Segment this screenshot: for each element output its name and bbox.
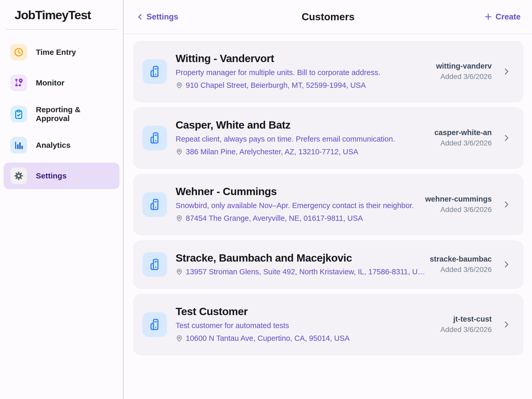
customer-added-date: Added 3/6/2026 [425,204,492,215]
map-pin-icon [176,148,183,155]
page-title: Customers [124,11,532,23]
customer-address: 10600 N Tantau Ave, Cupertino, CA, 95014… [186,332,350,344]
customer-list: Witting - Vandervort Property manager fo… [124,34,532,399]
sidebar-item-settings[interactable]: Settings [4,163,119,189]
page-header: Settings Customers Create [124,0,532,34]
bar-chart-icon [10,137,27,154]
customer-info: Stracke, Baumbach and Macejkovic 13957 S… [176,251,422,278]
customer-address: 910 Chapel Street, Beierburgh, MT, 52599… [186,79,366,91]
customer-card[interactable]: Stracke, Baumbach and Macejkovic 13957 S… [134,241,523,288]
customer-name: Witting - Vandervort [176,52,428,65]
chevron-right-icon [502,320,511,329]
back-link-label: Settings [147,12,178,22]
sidebar-item-label: Settings [36,171,66,180]
sidebar-nav: Time Entry Monitor [0,30,123,189]
sidebar: JobTimeyTest Time Entry [0,0,124,399]
map-pin-icon [176,335,183,342]
building-icon [142,192,167,217]
building-icon [142,59,167,84]
app-logo: JobTimeyTest [0,0,123,29]
map-pin-icon [176,215,183,222]
customer-name: Wehner - Cummings [176,185,417,198]
customer-description: Test customer for automated tests [176,320,433,331]
customer-card[interactable]: Witting - Vandervort Property manager fo… [134,41,523,102]
map-pin-icon [176,82,183,89]
chevron-left-icon [136,12,144,21]
customer-description: Property manager for multiple units. Bil… [176,67,428,78]
create-button[interactable]: Create [484,12,521,22]
customer-card[interactable]: Wehner - Cummings Snowbird, only availab… [134,174,523,235]
customer-name: Casper, White and Batz [176,118,427,132]
customer-description: Snowbird, only available Nov–Apr. Emerge… [176,200,417,211]
customer-meta: witting-vanderv Added 3/6/2026 [436,61,492,82]
customer-slug: stracke-baumbac [430,254,492,264]
sidebar-item-label: Reporting & Approval [36,105,113,123]
customer-added-date: Added 3/6/2026 [440,324,492,335]
chevron-right-icon [502,260,511,269]
back-link-settings[interactable]: Settings [136,12,178,22]
building-icon [142,126,167,150]
customer-meta: stracke-baumbac Added 3/6/2026 [430,254,492,275]
sidebar-item-time-entry[interactable]: Time Entry [4,39,119,65]
main-area: Settings Customers Create [124,0,532,399]
customer-name: Stracke, Baumbach and Macejkovic [176,251,422,265]
route-icon [10,75,27,91]
customer-added-date: Added 3/6/2026 [434,138,492,148]
customer-info: Test Customer Test customer for automate… [176,305,433,344]
customer-info: Wehner - Cummings Snowbird, only availab… [176,185,417,224]
chevron-right-icon [502,133,511,143]
building-icon [142,252,167,277]
sidebar-item-monitor[interactable]: Monitor [4,70,119,96]
map-pin-icon [176,268,183,275]
customer-address: 87454 The Grange, Averyville, NE, 01617-… [186,212,363,224]
customer-meta: jt-test-cust Added 3/6/2026 [440,314,492,335]
customer-info: Witting - Vandervort Property manager fo… [176,52,428,91]
customer-slug: jt-test-cust [440,314,492,324]
customer-info: Casper, White and Batz Repeat client, al… [176,118,427,158]
customer-card[interactable]: Test Customer Test customer for automate… [134,294,523,355]
customer-slug: wehner-cummings [425,194,492,204]
customer-name: Test Customer [176,305,433,318]
clock-icon [10,44,27,61]
chevron-right-icon [502,200,511,209]
customer-card[interactable]: Casper, White and Batz Repeat client, al… [134,108,523,168]
chevron-right-icon [502,67,511,76]
gear-icon [10,168,27,184]
customer-address: 13957 Stroman Glens, Suite 492, North Kr… [186,266,425,278]
sidebar-item-label: Monitor [36,78,64,87]
sidebar-item-label: Analytics [36,141,70,150]
customer-meta: wehner-cummings Added 3/6/2026 [425,194,492,215]
customer-added-date: Added 3/6/2026 [436,71,492,82]
sidebar-item-label: Time Entry [36,48,76,57]
customer-meta: casper-white-an Added 3/6/2026 [434,128,492,148]
customer-added-date: Added 3/6/2026 [430,264,492,275]
clipboard-check-icon [10,106,27,122]
customer-slug: witting-vanderv [436,61,492,71]
create-button-label: Create [496,12,521,22]
customer-address: 386 Milan Pine, Arelychester, AZ, 13210-… [186,146,358,158]
customer-description: Repeat client, always pays on time. Pref… [176,133,427,145]
sidebar-item-analytics[interactable]: Analytics [4,132,119,158]
plus-icon [484,12,493,21]
building-icon [142,312,167,337]
sidebar-item-reporting-approval[interactable]: Reporting & Approval [4,100,119,128]
customer-slug: casper-white-an [434,128,492,137]
